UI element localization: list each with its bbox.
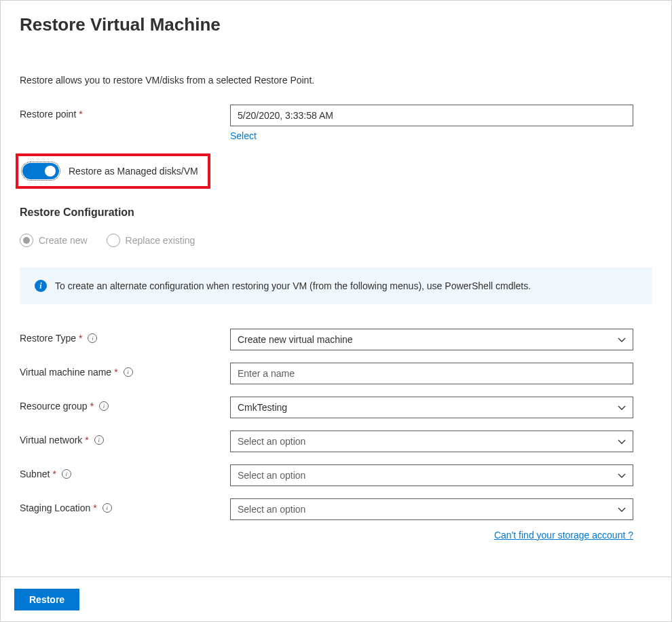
resource-group-label: Resource group* i — [20, 397, 230, 411]
info-icon[interactable]: i — [102, 503, 112, 513]
subnet-label: Subnet* i — [20, 464, 230, 479]
managed-disks-highlight: Restore as Managed disks/VM — [16, 153, 210, 189]
info-icon[interactable]: i — [88, 333, 97, 343]
virtual-network-label: Virtual network* i — [20, 431, 230, 445]
radio-circle-icon — [107, 234, 120, 247]
resource-group-dropdown[interactable]: CmkTesting — [230, 397, 633, 418]
vm-name-input[interactable] — [230, 363, 633, 384]
restore-type-label: Restore Type* i — [20, 329, 230, 344]
info-banner-text: To create an alternate configuration whe… — [55, 280, 531, 291]
managed-disks-toggle[interactable] — [22, 163, 59, 179]
footer-bar: Restore — [1, 577, 671, 621]
page-title: Restore Virtual Machine — [20, 14, 652, 35]
info-icon[interactable]: i — [124, 367, 133, 377]
chevron-down-icon — [618, 471, 626, 479]
info-icon[interactable]: i — [62, 469, 71, 479]
restore-configuration-heading: Restore Configuration — [20, 206, 652, 219]
info-icon[interactable]: i — [94, 435, 104, 445]
restore-point-label: Restore point* — [20, 105, 230, 120]
radio-circle-icon — [20, 234, 33, 247]
storage-account-help-link[interactable]: Can't find your storage account ? — [494, 530, 633, 541]
info-icon: i — [35, 280, 47, 292]
restore-point-input[interactable] — [230, 105, 633, 126]
chevron-down-icon — [618, 403, 626, 411]
staging-location-dropdown[interactable]: Select an option — [230, 498, 633, 520]
page-description: Restore allows you to restore VM/disks f… — [20, 75, 652, 86]
restore-point-select-link[interactable]: Select — [230, 130, 257, 141]
subnet-dropdown[interactable]: Select an option — [230, 464, 633, 486]
virtual-network-dropdown[interactable]: Select an option — [230, 431, 633, 452]
restore-type-dropdown[interactable]: Create new virtual machine — [230, 329, 633, 350]
chevron-down-icon — [618, 437, 626, 445]
vm-name-label: Virtual machine name* i — [20, 363, 230, 378]
chevron-down-icon — [618, 335, 626, 344]
info-banner: i To create an alternate configuration w… — [20, 268, 652, 304]
staging-location-label: Staging Location* i — [20, 498, 230, 513]
restore-button[interactable]: Restore — [14, 589, 79, 610]
chevron-down-icon — [618, 505, 626, 513]
radio-create-new[interactable]: Create new — [20, 234, 88, 247]
managed-disks-toggle-label: Restore as Managed disks/VM — [69, 166, 198, 177]
info-icon[interactable]: i — [99, 401, 109, 411]
radio-replace-existing[interactable]: Replace existing — [107, 234, 195, 247]
